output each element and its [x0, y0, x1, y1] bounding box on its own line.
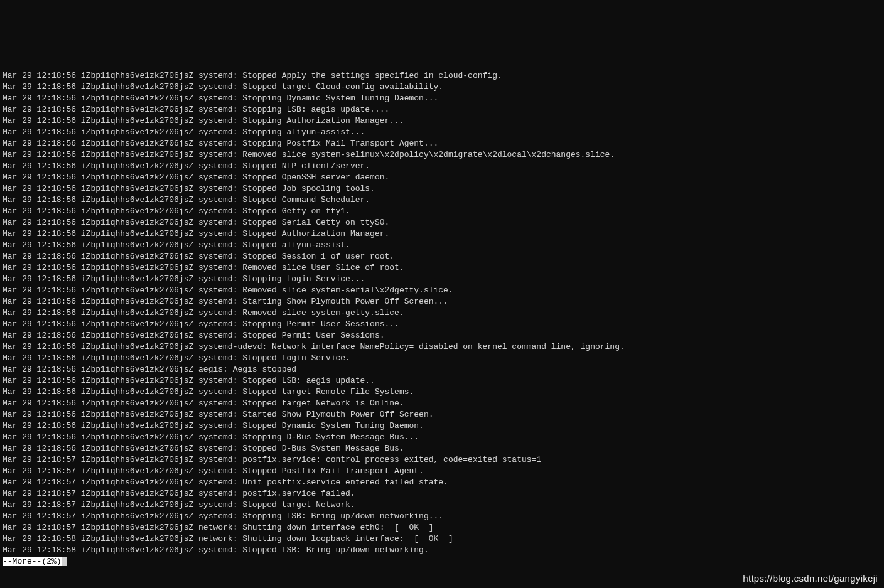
log-line: Mar 29 12:18:56 iZbp1iqhhs6ve1zk2706jsZ … [3, 138, 881, 149]
log-line: Mar 29 12:18:56 iZbp1iqhhs6ve1zk2706jsZ … [3, 262, 881, 274]
log-line: Mar 29 12:18:58 iZbp1iqhhs6ve1zk2706jsZ … [3, 533, 881, 545]
log-line: Mar 29 12:18:56 iZbp1iqhhs6ve1zk2706jsZ … [3, 82, 881, 93]
log-line: Mar 29 12:18:57 iZbp1iqhhs6ve1zk2706jsZ … [3, 454, 881, 466]
log-line: Mar 29 12:18:56 iZbp1iqhhs6ve1zk2706jsZ … [3, 353, 881, 364]
log-line: Mar 29 12:18:56 iZbp1iqhhs6ve1zk2706jsZ … [3, 296, 881, 307]
log-line: Mar 29 12:18:58 iZbp1iqhhs6ve1zk2706jsZ … [3, 545, 881, 556]
log-lines: Mar 29 12:18:56 iZbp1iqhhs6ve1zk2706jsZ … [3, 70, 881, 556]
log-line: Mar 29 12:18:56 iZbp1iqhhs6ve1zk2706jsZ … [3, 307, 881, 319]
log-line: Mar 29 12:18:56 iZbp1iqhhs6ve1zk2706jsZ … [3, 319, 881, 330]
log-line: Mar 29 12:18:56 iZbp1iqhhs6ve1zk2706jsZ … [3, 274, 881, 285]
log-line: Mar 29 12:18:56 iZbp1iqhhs6ve1zk2706jsZ … [3, 228, 881, 240]
log-line: Mar 29 12:18:56 iZbp1iqhhs6ve1zk2706jsZ … [3, 161, 881, 172]
log-line: Mar 29 12:18:56 iZbp1iqhhs6ve1zk2706jsZ … [3, 364, 881, 375]
log-line: Mar 29 12:18:56 iZbp1iqhhs6ve1zk2706jsZ … [3, 341, 881, 353]
log-line: Mar 29 12:18:56 iZbp1iqhhs6ve1zk2706jsZ … [3, 375, 881, 387]
log-line: Mar 29 12:18:56 iZbp1iqhhs6ve1zk2706jsZ … [3, 195, 881, 206]
log-line: Mar 29 12:18:57 iZbp1iqhhs6ve1zk2706jsZ … [3, 511, 881, 522]
log-line: Mar 29 12:18:56 iZbp1iqhhs6ve1zk2706jsZ … [3, 183, 881, 195]
log-line: Mar 29 12:18:56 iZbp1iqhhs6ve1zk2706jsZ … [3, 409, 881, 420]
log-line: Mar 29 12:18:56 iZbp1iqhhs6ve1zk2706jsZ … [3, 206, 881, 217]
more-pager-prompt[interactable]: --More--(2%) [3, 557, 62, 566]
log-line: Mar 29 12:18:56 iZbp1iqhhs6ve1zk2706jsZ … [3, 217, 881, 228]
log-line: Mar 29 12:18:57 iZbp1iqhhs6ve1zk2706jsZ … [3, 466, 881, 477]
log-line: Mar 29 12:18:56 iZbp1iqhhs6ve1zk2706jsZ … [3, 432, 881, 443]
log-line: Mar 29 12:18:56 iZbp1iqhhs6ve1zk2706jsZ … [3, 240, 881, 251]
log-line: Mar 29 12:18:56 iZbp1iqhhs6ve1zk2706jsZ … [3, 104, 881, 115]
log-line: Mar 29 12:18:56 iZbp1iqhhs6ve1zk2706jsZ … [3, 251, 881, 262]
log-line: Mar 29 12:18:56 iZbp1iqhhs6ve1zk2706jsZ … [3, 127, 881, 138]
log-line: Mar 29 12:18:56 iZbp1iqhhs6ve1zk2706jsZ … [3, 420, 881, 432]
watermark-text: https://blog.csdn.net/gangyikeji [743, 573, 878, 584]
log-line: Mar 29 12:18:56 iZbp1iqhhs6ve1zk2706jsZ … [3, 149, 881, 161]
log-line: Mar 29 12:18:57 iZbp1iqhhs6ve1zk2706jsZ … [3, 477, 881, 488]
terminal-output[interactable]: Mar 29 12:18:56 iZbp1iqhhs6ve1zk2706jsZ … [3, 48, 881, 588]
log-line: Mar 29 12:18:56 iZbp1iqhhs6ve1zk2706jsZ … [3, 285, 881, 296]
log-line: Mar 29 12:18:56 iZbp1iqhhs6ve1zk2706jsZ … [3, 387, 881, 398]
log-line: Mar 29 12:18:56 iZbp1iqhhs6ve1zk2706jsZ … [3, 330, 881, 341]
log-line: Mar 29 12:18:57 iZbp1iqhhs6ve1zk2706jsZ … [3, 488, 881, 500]
log-line: Mar 29 12:18:56 iZbp1iqhhs6ve1zk2706jsZ … [3, 115, 881, 127]
log-line: Mar 29 12:18:56 iZbp1iqhhs6ve1zk2706jsZ … [3, 93, 881, 104]
log-line: Mar 29 12:18:56 iZbp1iqhhs6ve1zk2706jsZ … [3, 172, 881, 183]
log-line: Mar 29 12:18:56 iZbp1iqhhs6ve1zk2706jsZ … [3, 443, 881, 454]
log-line: Mar 29 12:18:57 iZbp1iqhhs6ve1zk2706jsZ … [3, 522, 881, 533]
log-line: Mar 29 12:18:57 iZbp1iqhhs6ve1zk2706jsZ … [3, 500, 881, 511]
log-line: Mar 29 12:18:56 iZbp1iqhhs6ve1zk2706jsZ … [3, 398, 881, 409]
cursor-icon [62, 557, 67, 566]
log-line: Mar 29 12:18:56 iZbp1iqhhs6ve1zk2706jsZ … [3, 70, 881, 82]
